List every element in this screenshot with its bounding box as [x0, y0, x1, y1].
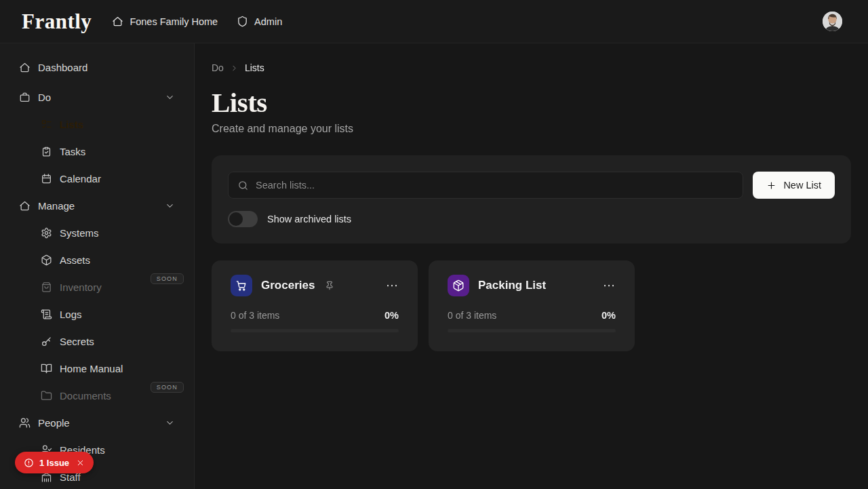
- sidebar-item-documents[interactable]: Documents SOON: [0, 382, 194, 409]
- lists-toolbar-panel: New List Show archived lists: [212, 155, 851, 243]
- sidebar-item-label: Dashboard: [38, 62, 87, 73]
- close-icon[interactable]: [76, 458, 85, 467]
- pin-icon: [325, 281, 334, 290]
- sidebar-item-dashboard[interactable]: Dashboard: [0, 54, 194, 81]
- home-icon: [19, 200, 31, 212]
- search-box: [228, 172, 743, 199]
- sidebar-section-people[interactable]: People: [0, 409, 194, 436]
- sidebar-section-do[interactable]: Do: [0, 83, 194, 111]
- page-title: Lists: [212, 87, 851, 117]
- plus-icon: [766, 180, 776, 191]
- more-menu-button[interactable]: ⋯: [386, 279, 399, 292]
- shield-icon: [237, 16, 248, 27]
- sidebar-item-label: Do: [38, 92, 51, 103]
- alert-circle-icon: [24, 458, 34, 468]
- folder-icon: [41, 390, 52, 402]
- sidebar-item-label: Assets: [60, 254, 90, 266]
- gear-icon: [41, 227, 52, 239]
- search-input[interactable]: [256, 180, 734, 191]
- briefcase-icon: [19, 92, 31, 103]
- issue-badge[interactable]: 1 Issue: [15, 452, 94, 473]
- home-name: Fones Family Home: [130, 16, 218, 27]
- sidebar-item-label: Tasks: [60, 146, 85, 157]
- progress-bar: [448, 329, 616, 332]
- sidebar-item-calendar[interactable]: Calendar: [0, 165, 194, 192]
- search-icon: [237, 180, 249, 191]
- toggle-knob: [229, 212, 243, 226]
- ellipsis-icon: ⋯: [386, 279, 399, 292]
- chevron-down-icon[interactable]: [165, 92, 175, 102]
- archived-toggle[interactable]: [228, 211, 258, 227]
- sidebar-item-label: Home Manual: [60, 363, 123, 374]
- issue-badge-label: 1 Issue: [39, 458, 69, 468]
- soon-badge: SOON: [151, 382, 184, 393]
- clipboard-check-icon: [41, 146, 52, 157]
- breadcrumb-current: Lists: [245, 62, 264, 73]
- list-percent: 0%: [384, 310, 399, 321]
- sidebar-item-label: Calendar: [60, 173, 101, 184]
- brand-logo[interactable]: Frantly: [22, 9, 92, 34]
- list-card-groceries[interactable]: Groceries ⋯ 0 of 3 items 0%: [212, 260, 418, 351]
- home-icon: [19, 62, 31, 73]
- progress-bar: [231, 329, 399, 332]
- sidebar-item-tasks[interactable]: Tasks: [0, 138, 194, 165]
- list-card-packing-list[interactable]: Packing List ⋯ 0 of 3 items 0%: [429, 260, 635, 351]
- sidebar-item-label: Inventory: [60, 281, 102, 293]
- home-icon: [112, 16, 123, 27]
- chevron-right-icon: [230, 64, 239, 73]
- role-label: Admin: [254, 16, 282, 27]
- top-bar: Frantly Fones Family Home Admin: [0, 0, 868, 43]
- key-icon: [41, 336, 52, 347]
- scroll-icon: [41, 309, 52, 320]
- top-nav: Fones Family Home Admin: [112, 16, 823, 27]
- sidebar-item-systems[interactable]: Systems: [0, 219, 194, 246]
- home-selector[interactable]: Fones Family Home: [112, 16, 218, 27]
- calendar-icon: [41, 173, 52, 184]
- list-percent: 0%: [601, 310, 616, 321]
- shopping-cart-icon: [235, 279, 248, 292]
- main-content: Do Lists Lists Create and manage your li…: [195, 43, 868, 489]
- list-card-title: Groceries: [261, 279, 315, 292]
- more-menu-button[interactable]: ⋯: [603, 279, 616, 292]
- users-icon: [19, 417, 31, 429]
- soon-badge: SOON: [151, 273, 184, 284]
- sidebar-item-secrets[interactable]: Secrets: [0, 328, 194, 355]
- cube-icon: [41, 254, 52, 266]
- sidebar-item-label: Secrets: [60, 336, 94, 347]
- breadcrumb: Do Lists: [212, 62, 851, 73]
- sidebar-item-label: People: [38, 417, 70, 429]
- ellipsis-icon: ⋯: [603, 279, 616, 292]
- sidebar: Dashboard Do Lists Tasks Calendar Manage…: [0, 43, 195, 489]
- sidebar-item-label: Lists: [60, 119, 83, 130]
- sidebar-item-label: Documents: [60, 390, 111, 402]
- chevron-down-icon[interactable]: [165, 418, 175, 428]
- sidebar-item-logs[interactable]: Logs: [0, 300, 194, 328]
- package-icon: [452, 279, 465, 292]
- list-checks-icon: [41, 119, 52, 130]
- sidebar-item-label: Manage: [38, 200, 75, 212]
- new-list-label: New List: [783, 180, 821, 191]
- user-avatar[interactable]: [823, 12, 842, 31]
- new-list-button[interactable]: New List: [753, 172, 835, 199]
- archived-toggle-label: Show archived lists: [267, 214, 351, 224]
- role-indicator[interactable]: Admin: [237, 16, 282, 27]
- sidebar-item-label: Systems: [60, 227, 99, 239]
- sidebar-item-home-manual[interactable]: Home Manual: [0, 355, 194, 382]
- page-subtitle: Create and manage your lists: [212, 123, 851, 135]
- list-items-count: 0 of 3 items: [231, 310, 279, 321]
- list-icon-tile: [231, 275, 252, 296]
- sidebar-item-label: Logs: [60, 309, 82, 320]
- breadcrumb-parent[interactable]: Do: [212, 62, 224, 73]
- list-card-title: Packing List: [478, 279, 546, 292]
- sidebar-item-assets[interactable]: Assets: [0, 246, 194, 273]
- avatar-photo-icon: [823, 12, 842, 31]
- sidebar-item-inventory[interactable]: Inventory SOON: [0, 273, 194, 300]
- chevron-down-icon[interactable]: [165, 201, 175, 211]
- shopping-bag-icon: [41, 281, 52, 293]
- lists-grid: Groceries ⋯ 0 of 3 items 0% Packing List…: [212, 260, 851, 351]
- list-items-count: 0 of 3 items: [448, 310, 496, 321]
- list-icon-tile: [448, 275, 469, 296]
- sidebar-item-lists[interactable]: Lists: [0, 111, 194, 138]
- book-open-icon: [41, 363, 52, 374]
- sidebar-section-manage[interactable]: Manage: [0, 192, 194, 219]
